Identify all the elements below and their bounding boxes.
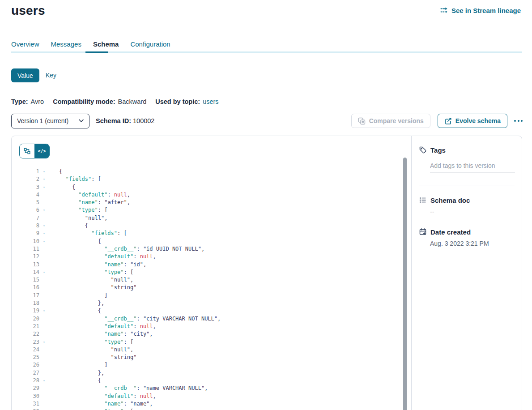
fold-gutter [39, 361, 49, 369]
code-line: 2▾ "fields": [ [12, 175, 411, 183]
code-line: 9▾ "fields": [ [12, 230, 411, 237]
code-line: 12 "default": null, [12, 253, 411, 261]
schema-id-value: 100002 [133, 117, 154, 124]
fold-gutter [39, 276, 49, 284]
ellipsis-icon [514, 120, 516, 122]
tab-messages[interactable]: Messages [51, 40, 81, 48]
code-view-button[interactable]: </> [34, 144, 49, 158]
line-number: 26 [12, 361, 39, 369]
fold-toggle-icon[interactable]: ▾ [39, 307, 49, 315]
schema-doc-title: Schema doc [430, 196, 470, 204]
fold-toggle-icon[interactable]: ▾ [39, 175, 49, 183]
code-line: 4 "default": null, [12, 191, 411, 199]
code-text: "fields": [ [49, 175, 101, 183]
fold-gutter [39, 253, 49, 261]
code-line: 32▾ "type": [ [12, 408, 411, 410]
fold-toggle-icon[interactable]: ▾ [39, 168, 49, 175]
code-text: "default": null, [49, 191, 130, 199]
type-value: Avro [31, 98, 44, 105]
list-icon [419, 196, 427, 204]
tab-configuration[interactable]: Configuration [130, 40, 170, 48]
code-line: 3▾ { [12, 184, 411, 191]
code-line: 15 "null", [12, 276, 411, 284]
code-line: 21 "default": null, [12, 323, 411, 330]
compare-versions-button[interactable]: Compare versions [351, 114, 430, 128]
scrollbar-thumb[interactable] [403, 158, 407, 410]
stream-lineage-icon [440, 6, 448, 14]
tree-view-button[interactable] [20, 144, 34, 158]
code-text: "name": "id", [49, 261, 146, 269]
line-number: 10 [12, 238, 39, 245]
more-options-button[interactable] [513, 117, 523, 124]
schema-page: users See in Stream lineage Overview Mes… [0, 0, 532, 410]
fold-gutter [39, 214, 49, 222]
type-label: Type: [11, 98, 28, 105]
tab-overview[interactable]: Overview [11, 40, 39, 48]
fold-toggle-icon[interactable]: ▾ [39, 222, 49, 230]
tab-schema[interactable]: Schema [93, 40, 119, 48]
code-text: "__crdb__": "name VARCHAR NULL", [49, 384, 208, 392]
version-select[interactable]: Version 1 (current) [11, 114, 89, 128]
fold-toggle-icon[interactable]: ▾ [39, 238, 49, 245]
fold-gutter [39, 261, 49, 269]
code-line: 8▾ { [12, 222, 411, 230]
line-number: 15 [12, 276, 39, 284]
fold-gutter [39, 315, 49, 323]
code-line: 28▾ { [12, 377, 411, 384]
page-title: users [11, 4, 45, 18]
version-select-value: Version 1 (current) [17, 117, 68, 124]
fold-toggle-icon[interactable]: ▾ [39, 184, 49, 191]
code-line: 13 "name": "id", [12, 261, 411, 269]
fold-gutter [39, 292, 49, 299]
code-text: ] [49, 292, 107, 299]
code-line: 5 "name": "after", [12, 199, 411, 206]
code-text: "string" [49, 284, 136, 291]
code-text: "name": "city", [49, 330, 153, 338]
line-number: 32 [12, 408, 39, 410]
line-number: 17 [12, 292, 39, 299]
value-toggle-button[interactable]: Value [11, 68, 39, 82]
code-line: 23▾ "type": [ [12, 338, 411, 346]
code-text: }, [49, 369, 104, 377]
line-number: 5 [12, 199, 39, 206]
fold-toggle-icon[interactable]: ▾ [39, 269, 49, 276]
line-number: 30 [12, 393, 39, 400]
code-text: { [49, 222, 88, 230]
add-tags-input[interactable] [430, 161, 515, 172]
fold-gutter [39, 346, 49, 354]
code-text: "type": [ [49, 206, 107, 214]
schema-doc-value: -- [430, 208, 522, 215]
fold-toggle-icon[interactable]: ▾ [39, 206, 49, 214]
line-number: 4 [12, 191, 39, 199]
code-line: 27 }, [12, 369, 411, 377]
code-line: 24 "null", [12, 346, 411, 354]
code-line: 31 "name": "name", [12, 400, 411, 408]
fold-toggle-icon[interactable]: ▾ [39, 338, 49, 346]
code-text: "null", [49, 276, 133, 284]
schema-meta-row: Type: Avro Compatibility mode: Backward … [11, 98, 219, 105]
used-by-topic-label: Used by topic: [155, 98, 200, 105]
line-number: 28 [12, 377, 39, 384]
stream-lineage-link[interactable]: See in Stream lineage [440, 6, 521, 14]
line-number: 12 [12, 253, 39, 261]
key-toggle-link[interactable]: Key [46, 72, 56, 79]
evolve-schema-button[interactable]: Evolve schema [438, 114, 507, 128]
date-created-value: Aug. 3 2022 3:21 PM [430, 240, 522, 247]
code-text: "string" [49, 354, 136, 361]
code-text: ] [49, 361, 107, 369]
schema-id: Schema ID: 100002 [96, 117, 154, 124]
code-line: 19▾ { [12, 307, 411, 315]
fold-toggle-icon[interactable]: ▾ [39, 230, 49, 237]
line-number: 1 [12, 168, 39, 175]
compatibility-label: Compatibility mode: [53, 98, 115, 105]
fold-toggle-icon[interactable]: ▾ [39, 377, 49, 384]
stream-lineage-label: See in Stream lineage [451, 7, 521, 14]
code-text: { [49, 168, 62, 175]
code-text: "name": "after", [49, 199, 130, 206]
fold-toggle-icon[interactable]: ▾ [39, 408, 49, 410]
topic-link[interactable]: users [203, 98, 218, 105]
line-number: 27 [12, 369, 39, 377]
line-number: 20 [12, 315, 39, 323]
code-line: 1▾{ [12, 168, 411, 175]
code-line: 11 "__crdb__": "id UUID NOT NULL", [12, 245, 411, 253]
